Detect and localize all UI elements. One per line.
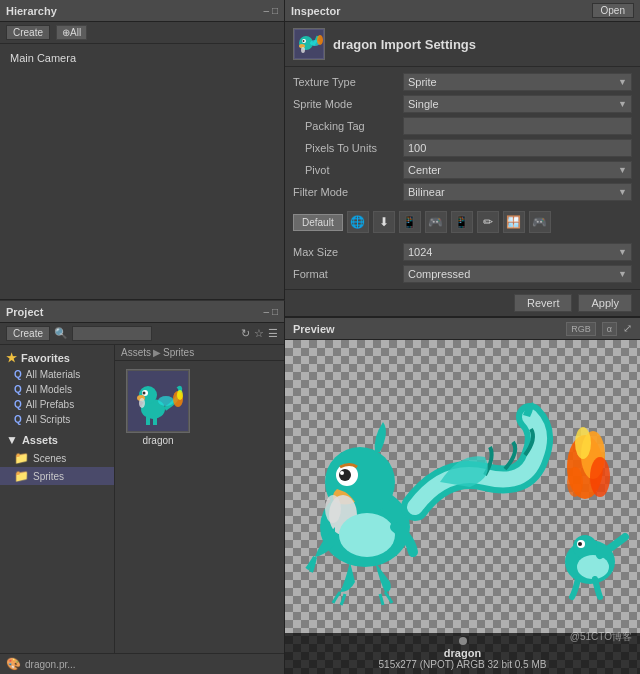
refresh-icon[interactable]: ↻ <box>241 327 250 340</box>
revert-button[interactable]: Revert <box>514 294 572 312</box>
hierarchy-all-tag[interactable]: ⊕All <box>56 25 87 40</box>
asset-grid: dragon <box>115 361 284 653</box>
breadcrumb-sprites[interactable]: Sprites <box>163 347 194 358</box>
sprite-mode-row: Sprite Mode Single ▼ <box>285 93 640 115</box>
platform-gamepad2-icon[interactable]: 🎮 <box>529 211 551 233</box>
packing-tag-input[interactable] <box>403 117 632 135</box>
svg-point-37 <box>577 555 609 579</box>
chevron-down-icon-5: ▼ <box>618 247 627 257</box>
left-panel: Hierarchy – □ Create ⊕All Main Camera Pr… <box>0 0 285 674</box>
platform-download-icon[interactable]: ⬇ <box>373 211 395 233</box>
svg-point-11 <box>177 390 183 400</box>
preview-rgb-icon[interactable]: RGB <box>566 322 596 336</box>
project-title: Project <box>6 306 43 318</box>
breadcrumb-assets[interactable]: Assets <box>121 347 151 358</box>
texture-type-dropdown[interactable]: Sprite ▼ <box>403 73 632 91</box>
chevron-down-icon-4: ▼ <box>618 187 627 197</box>
svg-point-30 <box>575 427 591 459</box>
dragon-sprite-svg <box>128 371 188 431</box>
svg-point-27 <box>339 513 395 557</box>
max-size-dropdown[interactable]: 1024 ▼ <box>403 243 632 261</box>
pivot-dropdown[interactable]: Center ▼ <box>403 161 632 179</box>
pivot-label: Pivot <box>293 164 403 176</box>
scenes-folder-icon: 📁 <box>14 451 29 465</box>
sidebar-item-all-models[interactable]: Q All Models <box>0 382 114 397</box>
svg-point-26 <box>325 495 341 523</box>
search-q-icon-4: Q <box>14 414 22 425</box>
platform-web-icon[interactable]: 🌐 <box>347 211 369 233</box>
project-header-icons: – □ <box>263 306 278 317</box>
open-button[interactable]: Open <box>592 3 634 18</box>
sidebar-item-sprites[interactable]: 📁 Sprites <box>0 467 114 485</box>
project-create-button[interactable]: Create <box>6 326 50 341</box>
import-dragon-thumb <box>293 28 325 60</box>
project-main: Assets ▶ Sprites <box>115 345 284 653</box>
dragon-sprite-sheet <box>285 340 640 674</box>
hierarchy-header-icons: – □ <box>263 5 278 16</box>
preview-expand-icon[interactable]: ⤢ <box>623 322 632 336</box>
preview-content: dragon 515x277 (NPOT) ARGB 32 bit 0.5 MB… <box>285 340 640 674</box>
sidebar-item-all-materials[interactable]: Q All Materials <box>0 367 114 382</box>
packing-tag-row: Packing Tag <box>285 115 640 137</box>
asset-item-dragon[interactable]: dragon <box>123 369 193 446</box>
hierarchy-maximize-icon[interactable]: □ <box>272 5 278 16</box>
svg-point-23 <box>339 469 351 481</box>
chevron-down-icon-2: ▼ <box>618 99 627 109</box>
format-dropdown[interactable]: Compressed ▼ <box>403 265 632 283</box>
project-bottom-bar: 🎨 dragon.pr... <box>0 653 284 674</box>
hierarchy-title: Hierarchy <box>6 5 57 17</box>
platform-phone-icon[interactable]: 📱 <box>451 211 473 233</box>
preview-header: Preview RGB α ⤢ <box>285 318 640 340</box>
sidebar-item-scenes[interactable]: 📁 Scenes <box>0 449 114 467</box>
settings-icon[interactable]: ☰ <box>268 327 278 340</box>
svg-point-31 <box>590 457 610 497</box>
svg-point-7 <box>158 396 174 406</box>
texture-type-label: Texture Type <box>293 76 403 88</box>
svg-point-32 <box>567 467 583 497</box>
sidebar-item-all-prefabs[interactable]: Q All Prefabs <box>0 397 114 412</box>
pixels-to-units-input[interactable]: 100 <box>403 139 632 157</box>
filter-mode-dropdown[interactable]: Bilinear ▼ <box>403 183 632 201</box>
format-label: Format <box>293 268 403 280</box>
svg-rect-9 <box>153 417 157 425</box>
hierarchy-panel: Hierarchy – □ Create ⊕All Main Camera <box>0 0 285 300</box>
breadcrumb: Assets ▶ Sprites <box>115 345 284 361</box>
chevron-down-icon: ▼ <box>618 77 627 87</box>
project-minimize-icon[interactable]: – <box>263 306 269 317</box>
pixels-to-units-label: Pixels To Units <box>293 142 403 154</box>
project-search-input[interactable] <box>72 326 152 341</box>
bottom-file-icon: 🎨 <box>6 657 21 671</box>
inspector-title: Inspector <box>291 5 341 17</box>
dragon-thumbnail <box>126 369 190 433</box>
dragon-asset-label: dragon <box>142 435 173 446</box>
preview-header-icons: RGB α ⤢ <box>566 322 632 336</box>
hierarchy-minimize-icon[interactable]: – <box>263 5 269 16</box>
assets-label: Assets <box>22 434 58 446</box>
sprite-mode-dropdown[interactable]: Single ▼ <box>403 95 632 113</box>
platform-windows-icon[interactable]: 🪟 <box>503 211 525 233</box>
chevron-down-icon-3: ▼ <box>618 165 627 175</box>
inspector-fields: Texture Type Sprite ▼ Sprite Mode Single… <box>285 67 640 207</box>
import-thumb-svg <box>295 30 323 58</box>
platform-default-button[interactable]: Default <box>293 214 343 231</box>
platform-edit-icon[interactable]: ✏ <box>477 211 499 233</box>
platform-gamepad-icon[interactable]: 🎮 <box>425 211 447 233</box>
bookmark-icon[interactable]: ☆ <box>254 327 264 340</box>
search-q-icon-3: Q <box>14 399 22 410</box>
preview-alpha-icon[interactable]: α <box>602 322 617 336</box>
svg-point-6 <box>139 398 145 408</box>
bottom-filename: dragon.pr... <box>25 659 76 670</box>
filter-mode-label: Filter Mode <box>293 186 403 198</box>
hierarchy-create-button[interactable]: Create <box>6 25 50 40</box>
hierarchy-item-main-camera[interactable]: Main Camera <box>10 50 274 66</box>
hierarchy-header: Hierarchy – □ <box>0 0 284 22</box>
svg-point-17 <box>301 47 305 53</box>
max-size-row: Max Size 1024 ▼ <box>285 241 640 263</box>
pixels-to-units-row: Pixels To Units 100 <box>285 137 640 159</box>
apply-button[interactable]: Apply <box>578 294 632 312</box>
project-maximize-icon[interactable]: □ <box>272 306 278 317</box>
sprite-mode-label: Sprite Mode <box>293 98 403 110</box>
project-toolbar: Create 🔍 ↻ ☆ ☰ <box>0 323 284 345</box>
platform-mobile-icon[interactable]: 📱 <box>399 211 421 233</box>
sidebar-item-all-scripts[interactable]: Q All Scripts <box>0 412 114 427</box>
